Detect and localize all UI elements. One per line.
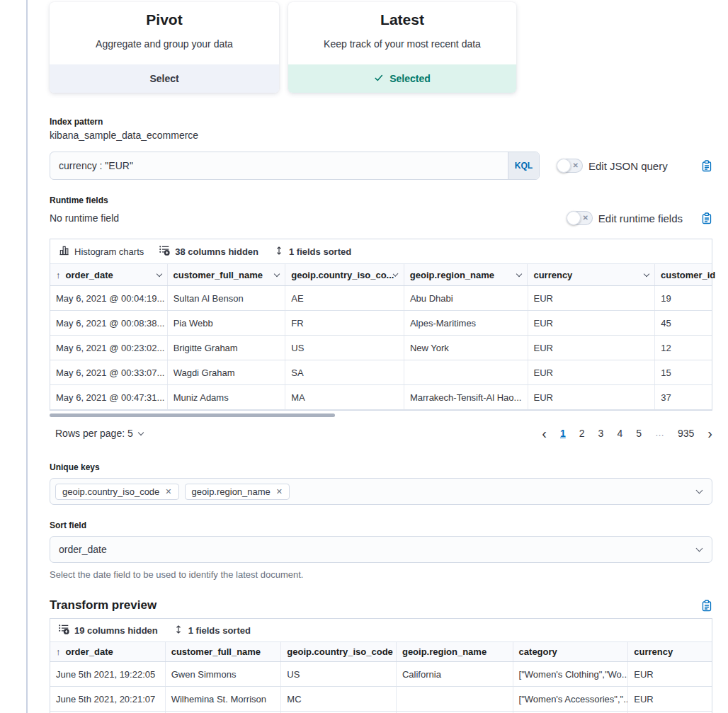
table-cell[interactable]: ["Women's Clothing","Wo... bbox=[513, 662, 629, 686]
table-cell[interactable]: 45 bbox=[655, 311, 712, 335]
table-cell[interactable]: Abu Dhabi bbox=[404, 286, 528, 310]
table-cell[interactable]: Brigitte Graham bbox=[168, 336, 286, 360]
table-cell[interactable]: EUR bbox=[528, 385, 656, 409]
column-header[interactable]: ↑order_date bbox=[50, 264, 168, 285]
table-cell[interactable]: May 6, 2021 @ 00:08:38... bbox=[50, 311, 168, 335]
table-cell[interactable] bbox=[397, 687, 513, 711]
next-page-button[interactable]: › bbox=[707, 428, 712, 438]
table-cell[interactable]: MA bbox=[285, 385, 404, 409]
chip-remove-icon[interactable]: ✕ bbox=[276, 487, 283, 496]
table-row: May 6, 2021 @ 00:08:38...Pia WebbFRAlpes… bbox=[50, 311, 712, 336]
latest-card-subtitle: Keep track of your most recent data bbox=[288, 38, 516, 50]
table-cell[interactable]: EUR bbox=[628, 662, 712, 686]
table-cell[interactable]: Sultan Al Benson bbox=[168, 286, 286, 310]
key-chip[interactable]: geoip.country_iso_code✕ bbox=[55, 484, 179, 500]
copy-preview-icon[interactable] bbox=[701, 600, 712, 612]
page-number[interactable]: 5 bbox=[636, 428, 642, 439]
latest-selected-button[interactable]: Selected bbox=[288, 64, 516, 93]
table-cell[interactable]: May 6, 2021 @ 00:47:31... bbox=[50, 385, 168, 409]
prev-page-button[interactable]: ‹ bbox=[542, 428, 547, 438]
column-header[interactable]: geoip.region_name bbox=[397, 642, 513, 661]
page-number[interactable]: 1 bbox=[560, 428, 566, 439]
histogram-charts-button[interactable]: Histogram charts bbox=[59, 245, 144, 258]
table-cell[interactable]: EUR bbox=[628, 687, 712, 711]
key-chip[interactable]: geoip.region_name✕ bbox=[185, 484, 290, 500]
page-number[interactable]: 4 bbox=[617, 428, 622, 439]
edit-runtime-fields-toggle[interactable]: ✕ bbox=[567, 211, 593, 225]
sort-field-select[interactable]: order_date bbox=[50, 536, 712, 563]
rows-per-page-button[interactable]: Rows per page: 5 bbox=[50, 428, 143, 439]
table-cell[interactable]: 12 bbox=[655, 336, 712, 360]
pivot-card[interactable]: Pivot Aggregate and group your data Sele… bbox=[50, 2, 279, 93]
table-cell[interactable]: US bbox=[281, 662, 397, 686]
chevron-down-icon[interactable] bbox=[274, 270, 280, 276]
table-cell[interactable]: New York bbox=[404, 336, 528, 360]
index-pattern-label: Index pattern bbox=[50, 117, 712, 127]
table-cell[interactable]: June 5th 2021, 20:21:07 bbox=[50, 687, 166, 711]
table-cell[interactable]: 15 bbox=[655, 360, 712, 384]
column-header[interactable]: geoip.country_iso_code bbox=[281, 642, 397, 661]
page-number[interactable]: 935 bbox=[678, 428, 694, 439]
column-header[interactable]: geoip.region_name bbox=[404, 264, 528, 285]
fields-sorted-button[interactable]: 1 fields sorted bbox=[174, 624, 251, 637]
kql-language-button[interactable]: KQL bbox=[508, 152, 539, 179]
chevron-down-icon[interactable] bbox=[393, 270, 399, 276]
table-cell[interactable]: FR bbox=[285, 311, 404, 335]
table-cell[interactable]: 19 bbox=[655, 286, 712, 310]
pivot-card-title: Pivot bbox=[50, 11, 279, 28]
table-cell[interactable] bbox=[404, 360, 528, 384]
table-cell[interactable]: California bbox=[397, 662, 513, 686]
column-header[interactable]: customer_full_name bbox=[168, 264, 286, 285]
table-cell[interactable]: Wilhemina St. Morrison bbox=[166, 687, 282, 711]
wizard-step-connector bbox=[26, 0, 28, 713]
chevron-down-icon[interactable] bbox=[156, 270, 161, 276]
copy-query-icon[interactable] bbox=[701, 160, 712, 172]
sort-icon bbox=[174, 624, 183, 637]
table-cell[interactable]: Marrakech-Tensift-Al Hao... bbox=[404, 385, 528, 409]
table-cell[interactable]: US bbox=[285, 336, 404, 360]
chevron-down-icon[interactable] bbox=[644, 270, 649, 276]
kql-query-input[interactable]: currency : "EUR" KQL bbox=[50, 152, 540, 180]
chip-remove-icon[interactable]: ✕ bbox=[165, 487, 171, 496]
unique-keys-combobox[interactable]: geoip.country_iso_code✕geoip.region_name… bbox=[50, 478, 712, 505]
chevron-down-icon[interactable] bbox=[516, 270, 522, 276]
table-cell[interactable]: EUR bbox=[528, 360, 656, 384]
horizontal-scrollbar[interactable] bbox=[50, 413, 712, 417]
table-cell[interactable]: ["Women's Accessories","... bbox=[513, 687, 629, 711]
column-header[interactable]: customer_full_name bbox=[166, 642, 282, 661]
table-cell[interactable]: Gwen Simmons bbox=[166, 662, 282, 686]
table-cell[interactable]: MC bbox=[281, 687, 397, 711]
table-cell[interactable]: Alpes-Maritimes bbox=[404, 311, 528, 335]
edit-json-query-toggle[interactable]: ✕ bbox=[557, 159, 583, 173]
latest-card[interactable]: Latest Keep track of your most recent da… bbox=[288, 2, 516, 93]
table-cell[interactable]: EUR bbox=[528, 286, 656, 310]
copy-runtime-icon[interactable] bbox=[701, 212, 712, 224]
fields-sorted-button[interactable]: 1 fields sorted bbox=[274, 246, 351, 258]
table-cell[interactable]: 37 bbox=[655, 385, 712, 409]
table-cell[interactable]: May 6, 2021 @ 00:33:07... bbox=[50, 360, 168, 384]
page-number[interactable]: 3 bbox=[598, 428, 604, 439]
column-header[interactable]: currency bbox=[628, 642, 712, 661]
table-cell[interactable]: June 5th 2021, 19:22:05 bbox=[50, 662, 166, 686]
query-text[interactable]: currency : "EUR" bbox=[50, 152, 508, 179]
column-header[interactable]: ↑order_date bbox=[50, 642, 166, 661]
table-cell[interactable]: Pia Webb bbox=[168, 311, 286, 335]
select-pivot-button[interactable]: Select bbox=[50, 64, 279, 93]
column-header[interactable]: currency bbox=[528, 264, 655, 285]
columns-hidden-button[interactable]: 38 columns hidden bbox=[159, 245, 258, 258]
table-cell[interactable]: EUR bbox=[528, 336, 656, 360]
page-number[interactable]: 2 bbox=[579, 428, 585, 439]
table-cell[interactable]: Muniz Adams bbox=[168, 385, 286, 409]
column-header[interactable]: category bbox=[513, 642, 629, 661]
table-cell[interactable]: May 6, 2021 @ 00:04:19... bbox=[50, 286, 168, 310]
table-cell[interactable]: Wagdi Graham bbox=[168, 360, 286, 384]
transform-type-cards: Pivot Aggregate and group your data Sele… bbox=[50, 2, 712, 93]
table-cell[interactable]: EUR bbox=[528, 311, 656, 335]
scrollbar-thumb[interactable] bbox=[50, 413, 335, 417]
column-header[interactable]: customer_id bbox=[655, 264, 712, 285]
table-cell[interactable]: AE bbox=[285, 286, 404, 310]
columns-hidden-button[interactable]: 19 columns hidden bbox=[59, 624, 158, 637]
table-cell[interactable]: SA bbox=[285, 360, 404, 384]
table-cell[interactable]: May 6, 2021 @ 00:23:02... bbox=[50, 336, 168, 360]
column-header[interactable]: geoip.country_iso_co... bbox=[285, 264, 404, 285]
